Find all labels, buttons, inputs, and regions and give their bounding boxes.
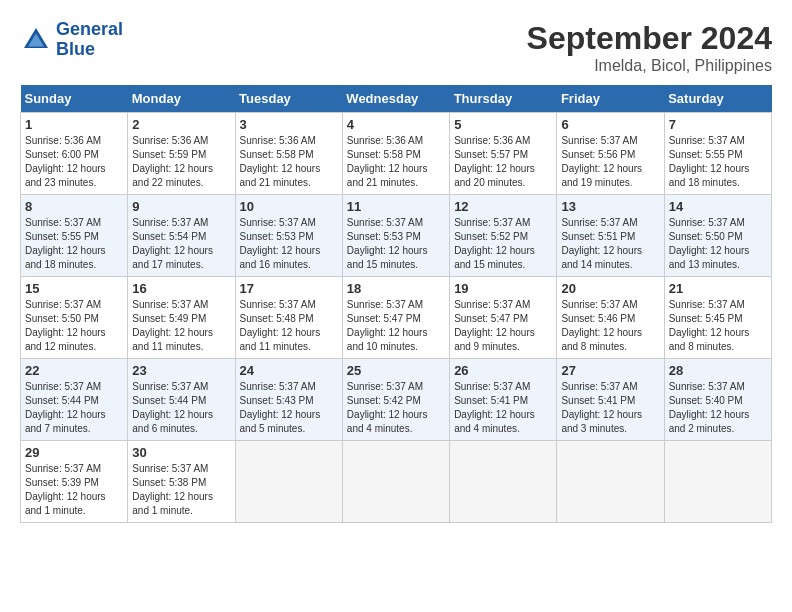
- day-header-monday: Monday: [128, 85, 235, 113]
- calendar-day: 1Sunrise: 5:36 AM Sunset: 6:00 PM Daylig…: [21, 113, 128, 195]
- calendar-day: 28Sunrise: 5:37 AM Sunset: 5:40 PM Dayli…: [664, 359, 771, 441]
- calendar-day: 12Sunrise: 5:37 AM Sunset: 5:52 PM Dayli…: [450, 195, 557, 277]
- calendar-day: 26Sunrise: 5:37 AM Sunset: 5:41 PM Dayli…: [450, 359, 557, 441]
- day-number: 18: [347, 281, 445, 296]
- calendar-day: [664, 441, 771, 523]
- calendar-day: 4Sunrise: 5:36 AM Sunset: 5:58 PM Daylig…: [342, 113, 449, 195]
- calendar-day: 2Sunrise: 5:36 AM Sunset: 5:59 PM Daylig…: [128, 113, 235, 195]
- calendar-day: 29Sunrise: 5:37 AM Sunset: 5:39 PM Dayli…: [21, 441, 128, 523]
- day-info: Sunrise: 5:37 AM Sunset: 5:39 PM Dayligh…: [25, 462, 123, 518]
- day-info: Sunrise: 5:37 AM Sunset: 5:44 PM Dayligh…: [132, 380, 230, 436]
- calendar-day: 21Sunrise: 5:37 AM Sunset: 5:45 PM Dayli…: [664, 277, 771, 359]
- day-number: 12: [454, 199, 552, 214]
- logo: General Blue: [20, 20, 123, 60]
- day-number: 3: [240, 117, 338, 132]
- day-number: 8: [25, 199, 123, 214]
- day-info: Sunrise: 5:37 AM Sunset: 5:44 PM Dayligh…: [25, 380, 123, 436]
- calendar-day: 27Sunrise: 5:37 AM Sunset: 5:41 PM Dayli…: [557, 359, 664, 441]
- day-info: Sunrise: 5:37 AM Sunset: 5:56 PM Dayligh…: [561, 134, 659, 190]
- logo-line1: General: [56, 19, 123, 39]
- calendar-table: SundayMondayTuesdayWednesdayThursdayFrid…: [20, 85, 772, 523]
- day-info: Sunrise: 5:37 AM Sunset: 5:53 PM Dayligh…: [240, 216, 338, 272]
- day-number: 24: [240, 363, 338, 378]
- day-info: Sunrise: 5:37 AM Sunset: 5:47 PM Dayligh…: [347, 298, 445, 354]
- day-number: 1: [25, 117, 123, 132]
- month-title: September 2024: [527, 20, 772, 57]
- day-number: 26: [454, 363, 552, 378]
- day-number: 21: [669, 281, 767, 296]
- day-info: Sunrise: 5:37 AM Sunset: 5:49 PM Dayligh…: [132, 298, 230, 354]
- day-number: 25: [347, 363, 445, 378]
- day-number: 9: [132, 199, 230, 214]
- day-header-tuesday: Tuesday: [235, 85, 342, 113]
- day-info: Sunrise: 5:37 AM Sunset: 5:46 PM Dayligh…: [561, 298, 659, 354]
- day-number: 13: [561, 199, 659, 214]
- day-info: Sunrise: 5:37 AM Sunset: 5:50 PM Dayligh…: [25, 298, 123, 354]
- day-number: 17: [240, 281, 338, 296]
- calendar-day: 11Sunrise: 5:37 AM Sunset: 5:53 PM Dayli…: [342, 195, 449, 277]
- calendar-day: 5Sunrise: 5:36 AM Sunset: 5:57 PM Daylig…: [450, 113, 557, 195]
- day-info: Sunrise: 5:37 AM Sunset: 5:54 PM Dayligh…: [132, 216, 230, 272]
- calendar-day: 16Sunrise: 5:37 AM Sunset: 5:49 PM Dayli…: [128, 277, 235, 359]
- day-info: Sunrise: 5:36 AM Sunset: 5:57 PM Dayligh…: [454, 134, 552, 190]
- day-header-thursday: Thursday: [450, 85, 557, 113]
- calendar-day: [450, 441, 557, 523]
- day-number: 30: [132, 445, 230, 460]
- day-info: Sunrise: 5:37 AM Sunset: 5:40 PM Dayligh…: [669, 380, 767, 436]
- day-number: 15: [25, 281, 123, 296]
- calendar-day: 14Sunrise: 5:37 AM Sunset: 5:50 PM Dayli…: [664, 195, 771, 277]
- calendar-day: [342, 441, 449, 523]
- calendar-week-row: 29Sunrise: 5:37 AM Sunset: 5:39 PM Dayli…: [21, 441, 772, 523]
- day-number: 7: [669, 117, 767, 132]
- calendar-day: 18Sunrise: 5:37 AM Sunset: 5:47 PM Dayli…: [342, 277, 449, 359]
- day-number: 19: [454, 281, 552, 296]
- logo-icon: [20, 24, 52, 56]
- day-number: 4: [347, 117, 445, 132]
- day-info: Sunrise: 5:36 AM Sunset: 6:00 PM Dayligh…: [25, 134, 123, 190]
- calendar-day: 23Sunrise: 5:37 AM Sunset: 5:44 PM Dayli…: [128, 359, 235, 441]
- day-number: 2: [132, 117, 230, 132]
- calendar-day: 6Sunrise: 5:37 AM Sunset: 5:56 PM Daylig…: [557, 113, 664, 195]
- day-header-wednesday: Wednesday: [342, 85, 449, 113]
- calendar-day: 17Sunrise: 5:37 AM Sunset: 5:48 PM Dayli…: [235, 277, 342, 359]
- day-number: 20: [561, 281, 659, 296]
- calendar-day: 20Sunrise: 5:37 AM Sunset: 5:46 PM Dayli…: [557, 277, 664, 359]
- calendar-day: [557, 441, 664, 523]
- day-number: 23: [132, 363, 230, 378]
- calendar-day: 9Sunrise: 5:37 AM Sunset: 5:54 PM Daylig…: [128, 195, 235, 277]
- day-header-friday: Friday: [557, 85, 664, 113]
- calendar-day: 25Sunrise: 5:37 AM Sunset: 5:42 PM Dayli…: [342, 359, 449, 441]
- calendar-week-row: 1Sunrise: 5:36 AM Sunset: 6:00 PM Daylig…: [21, 113, 772, 195]
- day-number: 14: [669, 199, 767, 214]
- day-info: Sunrise: 5:36 AM Sunset: 5:58 PM Dayligh…: [240, 134, 338, 190]
- day-info: Sunrise: 5:37 AM Sunset: 5:47 PM Dayligh…: [454, 298, 552, 354]
- day-info: Sunrise: 5:36 AM Sunset: 5:58 PM Dayligh…: [347, 134, 445, 190]
- day-info: Sunrise: 5:37 AM Sunset: 5:55 PM Dayligh…: [25, 216, 123, 272]
- calendar-week-row: 8Sunrise: 5:37 AM Sunset: 5:55 PM Daylig…: [21, 195, 772, 277]
- calendar-day: 15Sunrise: 5:37 AM Sunset: 5:50 PM Dayli…: [21, 277, 128, 359]
- day-number: 5: [454, 117, 552, 132]
- day-info: Sunrise: 5:37 AM Sunset: 5:38 PM Dayligh…: [132, 462, 230, 518]
- page-header: General Blue September 2024 Imelda, Bico…: [20, 20, 772, 75]
- calendar-day: 13Sunrise: 5:37 AM Sunset: 5:51 PM Dayli…: [557, 195, 664, 277]
- day-info: Sunrise: 5:36 AM Sunset: 5:59 PM Dayligh…: [132, 134, 230, 190]
- day-number: 16: [132, 281, 230, 296]
- day-number: 10: [240, 199, 338, 214]
- calendar-week-row: 22Sunrise: 5:37 AM Sunset: 5:44 PM Dayli…: [21, 359, 772, 441]
- day-info: Sunrise: 5:37 AM Sunset: 5:55 PM Dayligh…: [669, 134, 767, 190]
- day-number: 22: [25, 363, 123, 378]
- day-number: 28: [669, 363, 767, 378]
- calendar-day: 3Sunrise: 5:36 AM Sunset: 5:58 PM Daylig…: [235, 113, 342, 195]
- location-title: Imelda, Bicol, Philippines: [527, 57, 772, 75]
- day-header-sunday: Sunday: [21, 85, 128, 113]
- day-info: Sunrise: 5:37 AM Sunset: 5:50 PM Dayligh…: [669, 216, 767, 272]
- day-info: Sunrise: 5:37 AM Sunset: 5:48 PM Dayligh…: [240, 298, 338, 354]
- calendar-day: 22Sunrise: 5:37 AM Sunset: 5:44 PM Dayli…: [21, 359, 128, 441]
- calendar-header-row: SundayMondayTuesdayWednesdayThursdayFrid…: [21, 85, 772, 113]
- calendar-day: 30Sunrise: 5:37 AM Sunset: 5:38 PM Dayli…: [128, 441, 235, 523]
- day-number: 29: [25, 445, 123, 460]
- day-info: Sunrise: 5:37 AM Sunset: 5:45 PM Dayligh…: [669, 298, 767, 354]
- title-block: September 2024 Imelda, Bicol, Philippine…: [527, 20, 772, 75]
- day-info: Sunrise: 5:37 AM Sunset: 5:53 PM Dayligh…: [347, 216, 445, 272]
- day-info: Sunrise: 5:37 AM Sunset: 5:52 PM Dayligh…: [454, 216, 552, 272]
